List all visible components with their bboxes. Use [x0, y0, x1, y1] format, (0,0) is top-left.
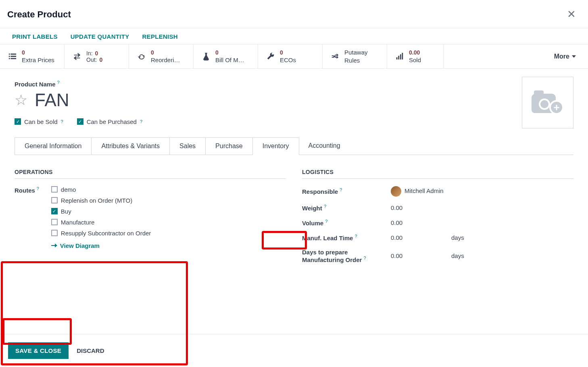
discard-button[interactable]: DISCARD [77, 347, 104, 354]
route-manufacture-checkbox[interactable]: Manufacture [51, 219, 151, 226]
transfer-icon [72, 52, 82, 61]
avatar [391, 186, 401, 197]
modal-footer: SAVE & CLOSE DISCARD [0, 334, 588, 367]
save-and-close-button[interactable]: SAVE & CLOSE [8, 342, 69, 359]
responsible-field[interactable]: Mitchell Admin [391, 186, 484, 197]
logistics-heading: LOGISTICS [302, 163, 573, 179]
modal-title: Create Product [7, 9, 71, 20]
tab-accounting[interactable]: Accounting [299, 137, 350, 155]
weight-label: Weight [302, 205, 322, 212]
prep-days-field[interactable]: 0.00 [391, 252, 451, 259]
favorite-star-icon[interactable]: ☆ [15, 92, 27, 109]
help-icon[interactable]: ? [340, 187, 342, 192]
manuf-lead-unit: days [451, 234, 484, 241]
replenish-button[interactable]: REPLENISH [142, 33, 178, 40]
weight-field[interactable]: 0.00 [391, 204, 484, 211]
help-icon[interactable]: ? [324, 204, 326, 209]
svg-rect-6 [396, 57, 398, 59]
product-name-label: Product Name ? [15, 80, 573, 88]
checkbox-empty-icon [51, 230, 58, 236]
route-resupply-checkbox[interactable]: Resupply Subcontractor on Order [51, 230, 151, 237]
flask-icon [201, 52, 211, 61]
can-be-sold-checkbox[interactable]: ✓ Can be Sold ? [15, 118, 63, 125]
svg-rect-5 [10, 58, 16, 59]
svg-rect-4 [9, 58, 10, 59]
ecos-button[interactable]: 0ECOs [258, 44, 323, 68]
operations-heading: OPERATIONS [15, 163, 286, 179]
reordering-button[interactable]: 0Reorderi… [129, 44, 194, 68]
modal-header: Create Product ✕ [0, 0, 588, 28]
product-image-upload[interactable]: + [522, 77, 573, 128]
tab-general[interactable]: General Information [15, 137, 92, 155]
responsible-label: Responsible [302, 188, 338, 195]
shuffle-icon [330, 52, 340, 61]
sold-button[interactable]: 0.00Sold [387, 44, 444, 68]
update-quantity-button[interactable]: UPDATE QUANTITY [71, 33, 129, 40]
checkbox-empty-icon [51, 186, 58, 193]
stat-row: 0Extra Prices In:0 Out:0 0Reorderi… 0Bil… [0, 44, 588, 69]
route-demo-checkbox[interactable]: demo [51, 186, 151, 193]
action-bar: PRINT LABELS UPDATE QUANTITY REPLENISH [0, 28, 588, 44]
checkbox-checked-icon: ✓ [15, 118, 21, 125]
list-icon [7, 52, 18, 61]
checkbox-empty-icon [51, 197, 58, 203]
close-icon[interactable]: ✕ [567, 8, 576, 21]
tab-sales[interactable]: Sales [169, 137, 206, 155]
can-be-purchased-checkbox[interactable]: ✓ Can be Purchased ? [77, 118, 142, 125]
putaway-rules-button[interactable]: PutawayRules [323, 44, 387, 68]
svg-rect-8 [400, 54, 401, 59]
svg-rect-0 [9, 53, 10, 55]
wrench-icon [265, 52, 276, 61]
tabs: General Information Attributes & Variant… [15, 137, 573, 155]
refresh-icon [136, 52, 147, 61]
manuf-lead-field[interactable]: 0.00 [391, 234, 451, 241]
help-icon[interactable]: ? [61, 119, 63, 124]
extra-prices-button[interactable]: 0Extra Prices [0, 44, 65, 68]
route-buy-checkbox[interactable]: ✓Buy [51, 208, 151, 215]
more-button[interactable]: More [542, 44, 588, 68]
checkbox-checked-icon: ✓ [77, 118, 83, 125]
camera-icon: + [532, 90, 564, 115]
help-icon[interactable]: ? [140, 119, 142, 124]
svg-rect-3 [10, 56, 16, 57]
checkbox-checked-icon: ✓ [51, 208, 58, 214]
volume-field[interactable]: 0.00 [391, 219, 484, 226]
svg-rect-7 [398, 56, 399, 59]
checkbox-empty-icon [51, 219, 58, 225]
route-mto-checkbox[interactable]: Replenish on Order (MTO) [51, 197, 151, 204]
view-diagram-link[interactable]: View Diagram [51, 242, 151, 249]
svg-rect-1 [10, 53, 16, 55]
tab-inventory[interactable]: Inventory [252, 137, 299, 155]
tab-purchase[interactable]: Purchase [205, 137, 253, 155]
volume-label: Volume [302, 220, 323, 226]
svg-rect-2 [9, 56, 10, 57]
arrow-right-icon [51, 245, 57, 246]
manuf-lead-label: Manuf. Lead Time [302, 235, 353, 241]
print-labels-button[interactable]: PRINT LABELS [12, 33, 58, 40]
help-icon[interactable]: ? [364, 256, 366, 260]
prep-days-label: Days to prepare Manufacturing Order [302, 249, 362, 263]
caret-down-icon [572, 55, 576, 58]
prep-days-unit: days [451, 252, 484, 259]
help-icon[interactable]: ? [37, 186, 39, 191]
product-name-input[interactable]: FAN [35, 90, 69, 110]
bom-button[interactable]: 0Bill Of M… [194, 44, 258, 68]
bars-icon [394, 52, 405, 61]
help-icon[interactable]: ? [355, 234, 357, 239]
help-icon[interactable]: ? [57, 80, 60, 85]
in-out-button[interactable]: In:0 Out:0 [65, 44, 129, 68]
svg-rect-9 [402, 52, 403, 59]
help-icon[interactable]: ? [325, 219, 327, 224]
routes-label: Routes ? [15, 186, 39, 194]
tab-attributes[interactable]: Attributes & Variants [91, 137, 170, 155]
